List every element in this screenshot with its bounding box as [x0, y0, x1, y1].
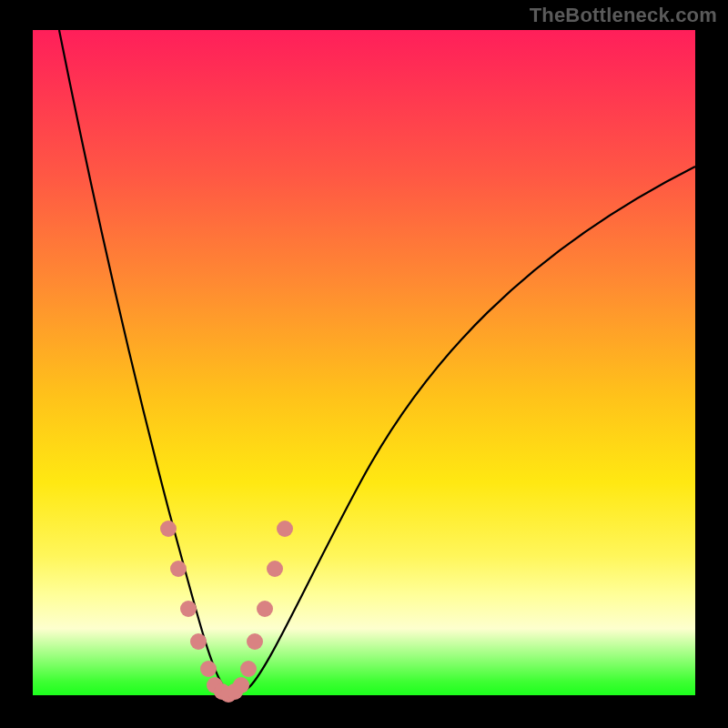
svg-point-0 [160, 521, 177, 537]
svg-point-10 [240, 661, 257, 677]
watermark-label: TheBottleneck.com [530, 4, 717, 27]
bottleneck-curve-path [59, 30, 695, 693]
chart-frame: TheBottleneck.com [0, 0, 728, 728]
svg-point-4 [200, 661, 217, 677]
svg-point-2 [180, 601, 197, 617]
svg-point-11 [247, 633, 263, 650]
svg-point-3 [190, 633, 207, 650]
svg-point-1 [170, 561, 187, 577]
svg-point-13 [267, 561, 283, 577]
svg-point-14 [277, 521, 293, 537]
svg-point-9 [233, 677, 249, 693]
curve-layer [33, 30, 695, 695]
plot-area [33, 30, 695, 695]
marker-dots [160, 521, 293, 703]
svg-point-12 [257, 601, 273, 617]
